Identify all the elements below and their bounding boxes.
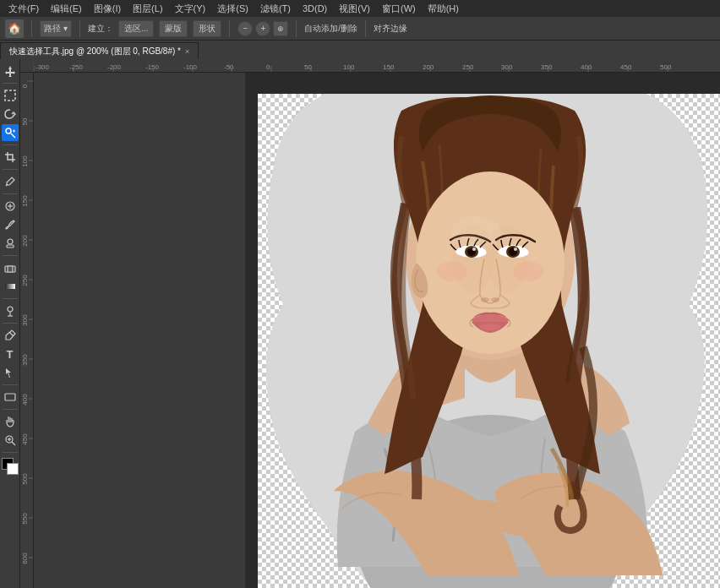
menu-3d[interactable]: 3D(D) <box>297 2 332 15</box>
menu-filter[interactable]: 滤镜(T) <box>255 1 296 17</box>
svg-text:350: 350 <box>21 354 29 366</box>
refine-edge-btn[interactable]: ⊕ <box>273 21 288 36</box>
svg-text:-50: -50 <box>224 63 234 71</box>
svg-line-16 <box>12 442 15 445</box>
svg-text:200: 200 <box>423 63 434 71</box>
sep2 <box>79 20 80 37</box>
home-icon[interactable]: 🏠 <box>5 19 24 38</box>
color-preview[interactable] <box>2 458 19 475</box>
tool-lasso[interactable] <box>2 106 19 122</box>
tab-close-btn[interactable]: × <box>185 47 189 56</box>
svg-point-2 <box>6 128 11 133</box>
svg-text:0: 0 <box>21 84 29 88</box>
sep-4 <box>3 193 18 194</box>
mask-btn[interactable]: 蒙版 <box>159 20 188 37</box>
sep-9 <box>3 409 18 410</box>
build-label: 建立： <box>88 23 113 35</box>
menu-text[interactable]: 文字(Y) <box>170 1 211 17</box>
sep-7 <box>3 323 18 324</box>
canvas-area[interactable] <box>34 73 720 588</box>
svg-text:300: 300 <box>501 63 513 71</box>
menu-help[interactable]: 帮助(H) <box>423 1 464 17</box>
tool-move[interactable] <box>2 63 19 79</box>
svg-point-6 <box>8 239 13 244</box>
selection-btn[interactable]: 选区... <box>118 20 154 37</box>
menu-select[interactable]: 选择(S) <box>212 1 254 17</box>
tool-dodge[interactable] <box>2 302 19 319</box>
svg-text:450: 450 <box>21 433 29 445</box>
sep-2 <box>3 144 18 145</box>
active-tab[interactable]: 快速选择工具.jpg @ 200% (图层 0, RGB/8#) * × <box>0 42 199 59</box>
sep-1 <box>3 83 18 84</box>
svg-text:150: 150 <box>21 195 29 207</box>
canvas-container: 0 50 100 150 200 250 300 <box>20 73 720 588</box>
tool-gradient[interactable] <box>2 278 19 295</box>
svg-line-13 <box>9 332 14 336</box>
tool-quick-select[interactable] <box>2 124 19 141</box>
svg-point-92 <box>514 248 517 251</box>
ruler-left: 0 50 100 150 200 250 300 <box>20 73 34 588</box>
menu-file[interactable]: 文件(F) <box>3 1 44 17</box>
tool-eyedropper[interactable] <box>2 173 19 190</box>
svg-text:-200: -200 <box>107 63 122 71</box>
tool-shape[interactable] <box>2 389 19 406</box>
svg-marker-0 <box>5 66 15 77</box>
tab-title: 快速选择工具.jpg @ 200% (图层 0, RGB/8#) * <box>9 46 181 57</box>
svg-text:-150: -150 <box>145 63 160 71</box>
svg-text:-300: -300 <box>35 63 50 71</box>
sep3 <box>229 20 230 37</box>
tool-heal[interactable] <box>2 198 19 215</box>
menu-edit[interactable]: 编辑(E) <box>46 1 87 17</box>
menu-image[interactable]: 图像(I) <box>89 1 126 17</box>
ruler-top: -300 -250 -200 -150 -100 -50 0 <box>20 59 720 73</box>
tool-path-select[interactable] <box>2 364 19 381</box>
svg-text:250: 250 <box>21 275 29 286</box>
tool-brush[interactable] <box>2 216 19 233</box>
path-dropdown[interactable]: 路径 ▾ <box>40 20 72 37</box>
svg-text:100: 100 <box>343 63 355 71</box>
brush-plus-btn[interactable]: + <box>255 21 270 36</box>
svg-rect-9 <box>5 284 15 289</box>
svg-text:300: 300 <box>21 314 29 326</box>
photo-svg <box>258 94 720 588</box>
sep5 <box>365 20 366 37</box>
svg-text:350: 350 <box>541 63 553 71</box>
svg-point-86 <box>513 261 543 281</box>
svg-text:400: 400 <box>21 394 29 406</box>
shape-btn[interactable]: 形状 <box>193 20 221 37</box>
tool-zoom[interactable] <box>2 432 19 449</box>
tool-stamp[interactable] <box>2 235 19 252</box>
ruler-h: -300 -250 -200 -150 -100 -50 0 <box>34 59 720 73</box>
menu-view[interactable]: 视图(V) <box>334 1 375 17</box>
menu-window[interactable]: 窗口(W) <box>377 1 421 17</box>
svg-rect-14 <box>5 394 15 400</box>
sep-6 <box>3 298 18 299</box>
svg-point-94 <box>491 297 499 302</box>
tool-text[interactable]: T <box>2 346 19 362</box>
toolbar: T <box>0 59 20 588</box>
svg-text:0: 0 <box>266 63 270 71</box>
main-layout: T <box>0 59 720 588</box>
tool-pen[interactable] <box>2 327 19 344</box>
tool-hand[interactable] <box>2 413 19 430</box>
svg-point-85 <box>437 261 467 281</box>
svg-point-96 <box>450 216 501 250</box>
svg-text:250: 250 <box>462 63 474 71</box>
svg-text:150: 150 <box>383 63 395 71</box>
align-label: 对齐边缘 <box>374 23 407 35</box>
svg-text:400: 400 <box>581 63 592 71</box>
menu-layer[interactable]: 图层(L) <box>128 1 167 17</box>
menu-bar: 文件(F) 编辑(E) 图像(I) 图层(L) 文字(Y) 选择(S) 滤镜(T… <box>0 0 720 17</box>
svg-text:550: 550 <box>21 513 29 525</box>
brush-minus-btn[interactable]: − <box>237 21 253 36</box>
svg-text:-100: -100 <box>183 63 198 71</box>
svg-text:100: 100 <box>21 155 29 167</box>
svg-point-10 <box>8 307 13 312</box>
background-color[interactable] <box>7 463 19 475</box>
tab-bar: 快速选择工具.jpg @ 200% (图层 0, RGB/8#) * × <box>0 41 720 59</box>
svg-text:200: 200 <box>21 235 29 247</box>
sep-8 <box>3 384 18 385</box>
tool-eraser[interactable] <box>2 259 19 276</box>
tool-crop[interactable] <box>2 149 19 166</box>
tool-rect-select[interactable] <box>2 87 19 104</box>
